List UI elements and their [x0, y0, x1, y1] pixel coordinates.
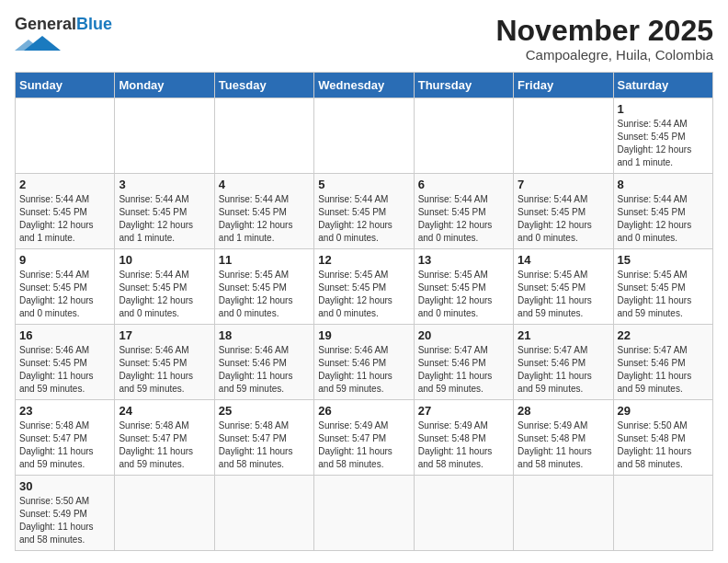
weekday-header-wednesday: Wednesday	[314, 73, 414, 98]
calendar-cell: 4Sunrise: 5:44 AM Sunset: 5:45 PM Daylig…	[214, 174, 313, 249]
cell-info: Sunrise: 5:46 AM Sunset: 5:45 PM Dayligh…	[119, 344, 210, 396]
calendar-week-row: 1Sunrise: 5:44 AM Sunset: 5:45 PM Daylig…	[16, 98, 713, 174]
logo: General Blue	[15, 15, 112, 52]
day-number: 25	[219, 404, 310, 418]
weekday-header-sunday: Sunday	[16, 73, 115, 98]
cell-info: Sunrise: 5:49 AM Sunset: 5:47 PM Dayligh…	[318, 419, 409, 471]
calendar-cell: 7Sunrise: 5:44 AM Sunset: 5:45 PM Daylig…	[514, 174, 613, 249]
calendar-cell: 26Sunrise: 5:49 AM Sunset: 5:47 PM Dayli…	[314, 400, 414, 476]
page-header: General Blue November 2025 Campoalegre, …	[15, 15, 713, 63]
day-number: 11	[219, 253, 310, 267]
calendar-cell: 22Sunrise: 5:47 AM Sunset: 5:46 PM Dayli…	[613, 325, 712, 400]
calendar-cell: 2Sunrise: 5:44 AM Sunset: 5:45 PM Daylig…	[16, 174, 115, 249]
cell-info: Sunrise: 5:46 AM Sunset: 5:46 PM Dayligh…	[219, 344, 310, 396]
calendar-cell	[414, 476, 513, 551]
calendar-cell	[214, 98, 313, 174]
weekday-header-monday: Monday	[115, 73, 214, 98]
day-number: 9	[19, 253, 110, 267]
calendar-cell	[115, 98, 214, 174]
day-number: 26	[318, 404, 409, 418]
cell-info: Sunrise: 5:44 AM Sunset: 5:45 PM Dayligh…	[19, 193, 110, 245]
cell-info: Sunrise: 5:45 AM Sunset: 5:45 PM Dayligh…	[418, 269, 509, 320]
calendar-week-row: 9Sunrise: 5:44 AM Sunset: 5:45 PM Daylig…	[16, 249, 713, 325]
calendar-cell: 11Sunrise: 5:45 AM Sunset: 5:45 PM Dayli…	[214, 249, 313, 325]
calendar-cell: 29Sunrise: 5:50 AM Sunset: 5:48 PM Dayli…	[613, 400, 712, 476]
day-number: 3	[119, 178, 210, 191]
cell-info: Sunrise: 5:49 AM Sunset: 5:48 PM Dayligh…	[418, 419, 509, 471]
day-number: 7	[518, 178, 609, 191]
cell-info: Sunrise: 5:49 AM Sunset: 5:48 PM Dayligh…	[518, 419, 609, 471]
calendar-cell: 19Sunrise: 5:46 AM Sunset: 5:46 PM Dayli…	[314, 325, 414, 400]
cell-info: Sunrise: 5:46 AM Sunset: 5:45 PM Dayligh…	[19, 344, 110, 396]
day-number: 30	[19, 479, 110, 493]
day-number: 10	[119, 253, 210, 267]
calendar-cell: 25Sunrise: 5:48 AM Sunset: 5:47 PM Dayli…	[214, 400, 313, 476]
calendar-week-row: 16Sunrise: 5:46 AM Sunset: 5:45 PM Dayli…	[16, 325, 713, 400]
calendar-cell: 6Sunrise: 5:44 AM Sunset: 5:45 PM Daylig…	[414, 174, 513, 249]
day-number: 22	[618, 328, 709, 342]
calendar-cell	[613, 476, 712, 551]
calendar-cell: 30Sunrise: 5:50 AM Sunset: 5:49 PM Dayli…	[16, 476, 115, 551]
day-number: 19	[318, 328, 409, 342]
calendar-cell: 17Sunrise: 5:46 AM Sunset: 5:45 PM Dayli…	[115, 325, 214, 400]
cell-info: Sunrise: 5:46 AM Sunset: 5:46 PM Dayligh…	[318, 344, 409, 396]
calendar-cell: 15Sunrise: 5:45 AM Sunset: 5:45 PM Dayli…	[613, 249, 712, 325]
day-number: 21	[518, 328, 609, 342]
calendar-cell: 12Sunrise: 5:45 AM Sunset: 5:45 PM Dayli…	[314, 249, 414, 325]
calendar-cell: 24Sunrise: 5:48 AM Sunset: 5:47 PM Dayli…	[115, 400, 214, 476]
weekday-header-row: SundayMondayTuesdayWednesdayThursdayFrid…	[16, 73, 713, 98]
weekday-header-saturday: Saturday	[613, 73, 712, 98]
calendar-cell: 27Sunrise: 5:49 AM Sunset: 5:48 PM Dayli…	[414, 400, 513, 476]
calendar-cell	[214, 476, 313, 551]
day-number: 1	[618, 102, 709, 116]
calendar-cell: 28Sunrise: 5:49 AM Sunset: 5:48 PM Dayli…	[514, 400, 613, 476]
weekday-header-friday: Friday	[514, 73, 613, 98]
calendar-cell: 23Sunrise: 5:48 AM Sunset: 5:47 PM Dayli…	[16, 400, 115, 476]
weekday-header-thursday: Thursday	[414, 73, 513, 98]
cell-info: Sunrise: 5:48 AM Sunset: 5:47 PM Dayligh…	[119, 419, 210, 471]
location: Campoalegre, Huila, Colombia	[495, 47, 713, 63]
cell-info: Sunrise: 5:44 AM Sunset: 5:45 PM Dayligh…	[618, 118, 709, 169]
cell-info: Sunrise: 5:47 AM Sunset: 5:46 PM Dayligh…	[518, 344, 609, 396]
calendar-cell: 21Sunrise: 5:47 AM Sunset: 5:46 PM Dayli…	[514, 325, 613, 400]
cell-info: Sunrise: 5:47 AM Sunset: 5:46 PM Dayligh…	[418, 344, 509, 396]
day-number: 16	[19, 328, 110, 342]
calendar-cell	[115, 476, 214, 551]
cell-info: Sunrise: 5:44 AM Sunset: 5:45 PM Dayligh…	[618, 193, 709, 245]
day-number: 24	[119, 404, 210, 418]
calendar-cell: 9Sunrise: 5:44 AM Sunset: 5:45 PM Daylig…	[16, 249, 115, 325]
day-number: 18	[219, 328, 310, 342]
logo-text-blue: Blue	[76, 15, 112, 34]
calendar-cell	[414, 98, 513, 174]
cell-info: Sunrise: 5:45 AM Sunset: 5:45 PM Dayligh…	[219, 269, 310, 320]
day-number: 23	[19, 404, 110, 418]
calendar-cell: 3Sunrise: 5:44 AM Sunset: 5:45 PM Daylig…	[115, 174, 214, 249]
day-number: 29	[618, 404, 709, 418]
calendar-cell	[314, 98, 414, 174]
calendar-cell: 14Sunrise: 5:45 AM Sunset: 5:45 PM Dayli…	[514, 249, 613, 325]
logo-text-general: General	[15, 15, 76, 34]
cell-info: Sunrise: 5:45 AM Sunset: 5:45 PM Dayligh…	[318, 269, 409, 320]
calendar-cell: 1Sunrise: 5:44 AM Sunset: 5:45 PM Daylig…	[613, 98, 712, 174]
cell-info: Sunrise: 5:44 AM Sunset: 5:45 PM Dayligh…	[119, 193, 210, 245]
calendar-cell: 16Sunrise: 5:46 AM Sunset: 5:45 PM Dayli…	[16, 325, 115, 400]
cell-info: Sunrise: 5:44 AM Sunset: 5:45 PM Dayligh…	[518, 193, 609, 245]
calendar-cell: 13Sunrise: 5:45 AM Sunset: 5:45 PM Dayli…	[414, 249, 513, 325]
calendar-cell	[314, 476, 414, 551]
day-number: 2	[19, 178, 110, 191]
calendar-week-row: 23Sunrise: 5:48 AM Sunset: 5:47 PM Dayli…	[16, 400, 713, 476]
day-number: 17	[119, 328, 210, 342]
cell-info: Sunrise: 5:48 AM Sunset: 5:47 PM Dayligh…	[19, 419, 110, 471]
calendar-cell	[514, 476, 613, 551]
cell-info: Sunrise: 5:48 AM Sunset: 5:47 PM Dayligh…	[219, 419, 310, 471]
day-number: 6	[418, 178, 509, 191]
cell-info: Sunrise: 5:47 AM Sunset: 5:46 PM Dayligh…	[618, 344, 709, 396]
calendar-table: SundayMondayTuesdayWednesdayThursdayFrid…	[15, 72, 713, 551]
calendar-week-row: 30Sunrise: 5:50 AM Sunset: 5:49 PM Dayli…	[16, 476, 713, 551]
day-number: 4	[219, 178, 310, 191]
cell-info: Sunrise: 5:44 AM Sunset: 5:45 PM Dayligh…	[219, 193, 310, 245]
calendar-cell: 18Sunrise: 5:46 AM Sunset: 5:46 PM Dayli…	[214, 325, 313, 400]
day-number: 13	[418, 253, 509, 267]
cell-info: Sunrise: 5:50 AM Sunset: 5:48 PM Dayligh…	[618, 419, 709, 471]
title-block: November 2025 Campoalegre, Huila, Colomb…	[495, 15, 713, 63]
